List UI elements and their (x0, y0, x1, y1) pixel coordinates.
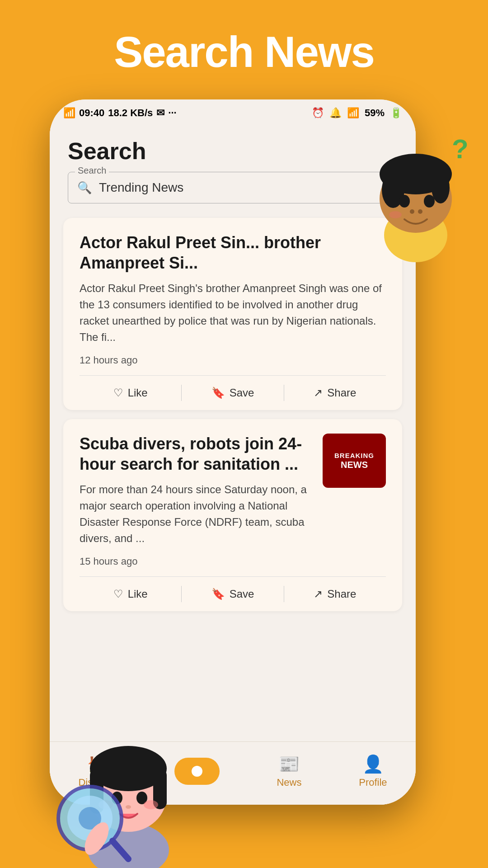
time: 09:40 (79, 107, 104, 119)
svg-point-7 (410, 209, 414, 214)
share-button-2[interactable]: ↗ Share (284, 588, 386, 600)
news-card-2[interactable]: Scuba divers, robots join 24-hour search… (63, 419, 402, 611)
news-time-1: 12 hours ago (80, 354, 386, 366)
search-icon: 🔍 (77, 181, 92, 195)
save-button-2[interactable]: 🔖 Save (182, 588, 283, 600)
decorative-girl (47, 705, 210, 868)
svg-text:?: ? (452, 136, 469, 164)
svg-point-8 (418, 209, 422, 214)
svg-point-21 (144, 800, 158, 809)
breaking-news-text: NEWS (341, 460, 368, 470)
news-title-2: Scuba divers, robots join 24-hour search… (80, 434, 314, 474)
svg-point-19 (126, 805, 131, 809)
news-time-2: 15 hours ago (80, 556, 314, 567)
battery-icon: 🔋 (390, 107, 402, 119)
heart-icon: ♡ (113, 387, 123, 399)
profile-icon: 👤 (362, 754, 384, 774)
save-label: Save (230, 387, 254, 399)
menu-dots: ··· (168, 107, 176, 119)
news-title-1: Actor Rakul Preet Sin... brother Amanpre… (80, 232, 386, 273)
wifi-icon: 📶 (347, 107, 359, 119)
like-button-2[interactable]: ♡ Like (80, 588, 181, 600)
alarm-icon: ⏰ (312, 107, 324, 119)
heart-icon-2: ♡ (113, 588, 123, 600)
share-label: Share (327, 387, 356, 399)
page-title: Search News (0, 0, 488, 77)
search-input[interactable]: Trending News (99, 180, 183, 195)
svg-point-6 (424, 195, 435, 208)
nav-news-label: News (277, 777, 301, 788)
share-button-1[interactable]: ↗ Share (284, 387, 386, 399)
like-label-2: Like (128, 588, 148, 600)
nav-profile-label: Profile (359, 777, 387, 788)
news-excerpt-1: Actor Rakul Preet Singh's brother Amanpr… (80, 280, 386, 345)
data-speed: 18.2 KB/s (108, 107, 153, 119)
like-button-1[interactable]: ♡ Like (80, 387, 181, 399)
decorative-boy: ? (357, 136, 474, 271)
news-card-1[interactable]: Actor Rakul Preet Sin... brother Amanpre… (63, 218, 402, 410)
news-list: Actor Rakul Preet Sin... brother Amanpre… (50, 218, 416, 611)
search-container[interactable]: Search 🔍 Trending News (68, 172, 398, 203)
share-icon: ↗ (314, 387, 323, 399)
breaking-label: BREAKING (334, 452, 374, 460)
nav-news[interactable]: 📰 News (277, 754, 301, 788)
bookmark-icon-2: 🔖 (211, 588, 225, 600)
news-actions-2: ♡ Like 🔖 Save ↗ Share (80, 577, 386, 611)
email-icon: ✉ (156, 107, 164, 119)
battery: 59% (365, 107, 385, 119)
signal-icon: 📶 (63, 107, 75, 119)
save-button-1[interactable]: 🔖 Save (182, 387, 283, 399)
bookmark-icon: 🔖 (211, 387, 225, 399)
share-label-2: Share (327, 588, 356, 600)
like-label: Like (128, 387, 148, 399)
search-field-label: Search (75, 165, 109, 176)
svg-point-9 (389, 211, 402, 218)
svg-point-5 (399, 195, 410, 208)
share-icon-2: ↗ (314, 588, 323, 600)
screen-title: Search (68, 137, 398, 165)
search-box[interactable]: 🔍 Trending News (68, 172, 398, 203)
news-icon: 📰 (278, 754, 300, 774)
nav-profile[interactable]: 👤 Profile (359, 754, 387, 788)
status-bar: 📶 09:40 18.2 KB/s ✉ ··· ⏰ 🔔 📶 59% 🔋 (50, 99, 416, 127)
svg-point-16 (97, 762, 160, 789)
news-excerpt-2: For more than 24 hours since Saturday no… (80, 481, 314, 547)
breaking-news-thumbnail: BREAKING NEWS (323, 434, 386, 488)
save-label-2: Save (230, 588, 254, 600)
news-actions-1: ♡ Like 🔖 Save ↗ Share (80, 376, 386, 410)
notification-icon: 🔔 (329, 107, 342, 119)
